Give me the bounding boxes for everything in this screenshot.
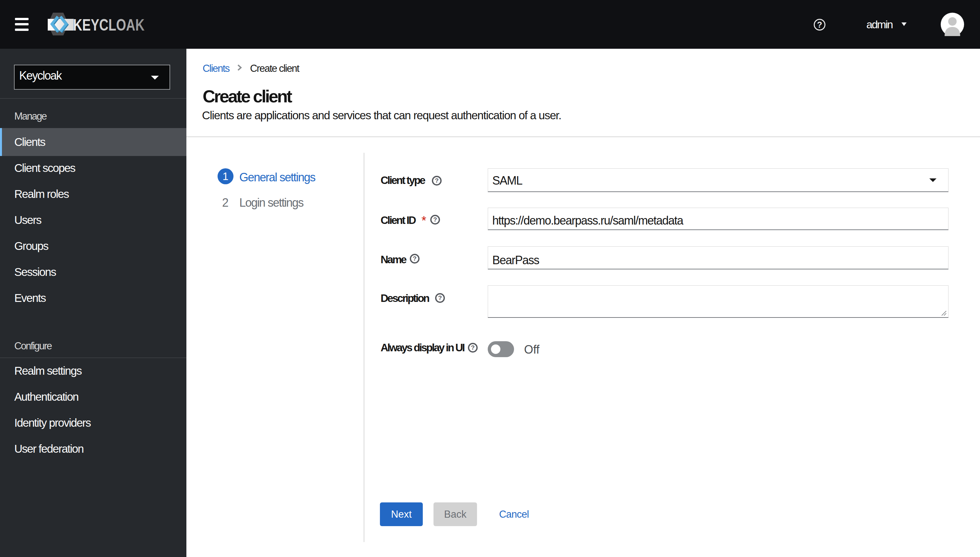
- svg-text:KEYCLOAK: KEYCLOAK: [73, 16, 144, 34]
